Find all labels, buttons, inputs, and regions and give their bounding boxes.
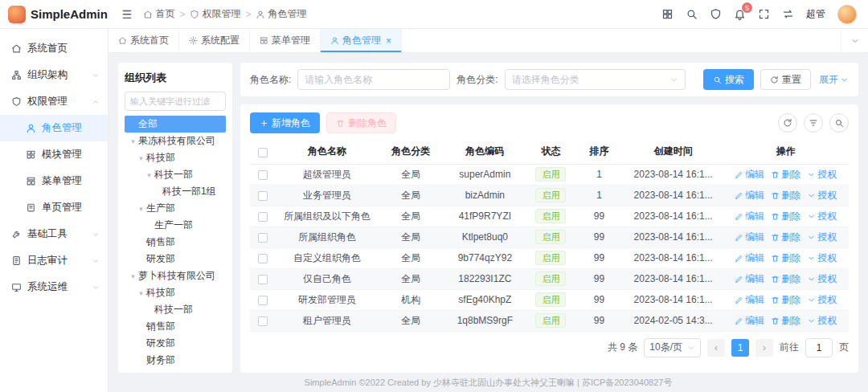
notification-bell-icon[interactable]: 5	[734, 8, 746, 20]
edit-button[interactable]: 编辑	[735, 314, 764, 328]
sidebar-item-6[interactable]: 菜单管理	[0, 168, 108, 194]
swap-icon[interactable]	[782, 8, 794, 20]
fullscreen-icon[interactable]	[758, 8, 770, 20]
sidebar-item-8[interactable]: 基础工具	[0, 221, 108, 247]
delete-role-button[interactable]: 删除角色	[326, 112, 396, 133]
grant-button[interactable]: 授权	[807, 210, 837, 223]
reset-button[interactable]: 重置	[760, 69, 811, 90]
prev-page-button[interactable]: ‹	[707, 339, 725, 357]
edit-button[interactable]: 编辑	[735, 210, 764, 223]
row-checkbox[interactable]	[258, 275, 268, 284]
row-checkbox[interactable]	[258, 296, 268, 305]
current-page-button[interactable]: 1	[731, 339, 749, 357]
username[interactable]: 超管	[806, 7, 825, 21]
tree-node[interactable]: ▾萝卜科技有限公司	[125, 267, 226, 284]
grant-button[interactable]: 授权	[807, 314, 837, 328]
tree-node[interactable]: 科技一部	[125, 301, 226, 318]
cell-role-name: 研发部管理员	[276, 289, 379, 310]
tab-close-icon[interactable]: ×	[386, 35, 391, 47]
expand-filters-link[interactable]: 展开	[819, 73, 849, 87]
tree-node[interactable]: 科技一部1组	[125, 183, 226, 200]
row-checkbox[interactable]	[258, 212, 268, 222]
sidebar-item-7[interactable]: 单页管理	[0, 194, 108, 221]
delete-button[interactable]: 删除	[771, 272, 800, 286]
tree-expand-icon[interactable]: ▾	[128, 137, 138, 145]
row-checkbox[interactable]	[258, 254, 268, 263]
grant-button[interactable]: 授权	[807, 189, 837, 202]
tab-3[interactable]: 菜单管理	[250, 29, 321, 52]
row-checkbox[interactable]	[258, 316, 268, 326]
sidebar-item-1[interactable]: 系统首页	[0, 35, 108, 62]
tree-expand-icon[interactable]: ▾	[128, 272, 138, 280]
refresh-table-button[interactable]	[778, 113, 797, 133]
tree-expand-icon[interactable]: ▾	[136, 154, 146, 162]
edit-button[interactable]: 编辑	[735, 231, 764, 244]
sidebar-item-10[interactable]: 系统运维	[0, 274, 108, 300]
grant-button[interactable]: 授权	[807, 272, 837, 286]
delete-button[interactable]: 删除	[771, 314, 800, 328]
tab-actions-button[interactable]	[841, 29, 868, 52]
delete-button[interactable]: 删除	[771, 293, 800, 307]
row-checkbox[interactable]	[258, 191, 268, 201]
tree-node[interactable]: 财务部	[125, 352, 226, 365]
tree-expand-icon[interactable]: ▾	[144, 171, 154, 179]
breadcrumb-role[interactable]: 角色管理	[256, 7, 306, 21]
breadcrumb-home[interactable]: 首页	[143, 7, 174, 21]
edit-button[interactable]: 编辑	[735, 293, 764, 307]
sidebar-item-5[interactable]: 模块管理	[0, 141, 108, 168]
sidebar-item-4[interactable]: 角色管理	[0, 115, 108, 141]
security-shield-icon[interactable]	[710, 8, 722, 20]
delete-button[interactable]: 删除	[771, 168, 800, 182]
row-checkbox[interactable]	[258, 233, 268, 243]
grant-button[interactable]: 授权	[807, 231, 837, 244]
sidebar-item-2[interactable]: 组织架构	[0, 62, 108, 88]
select-all-checkbox[interactable]	[258, 148, 268, 157]
page-size-select[interactable]: 10条/页	[644, 338, 701, 357]
edit-button[interactable]: 编辑	[735, 251, 764, 265]
role-category-select[interactable]: 请选择角色分类	[505, 69, 686, 90]
sidebar-item-3[interactable]: 权限管理	[0, 88, 108, 115]
tree-node[interactable]: 销售部	[125, 234, 226, 251]
breadcrumb-permission[interactable]: 权限管理	[190, 7, 240, 21]
tree-node[interactable]: ▾生产部	[125, 200, 226, 217]
delete-button[interactable]: 删除	[771, 231, 800, 244]
tree-node[interactable]: 研发部	[125, 251, 226, 267]
delete-button[interactable]: 删除	[771, 251, 800, 265]
global-search-icon[interactable]	[686, 8, 698, 20]
tree-node[interactable]: 生产一部	[125, 217, 226, 234]
tree-node[interactable]: ▾科技部	[125, 149, 226, 166]
tree-expand-icon[interactable]: ▾	[136, 205, 146, 213]
column-settings-button[interactable]	[804, 113, 823, 133]
add-role-button[interactable]: 新增角色	[250, 112, 320, 133]
tree-expand-icon[interactable]: ▾	[136, 289, 146, 297]
next-page-button[interactable]: ›	[755, 339, 773, 357]
user-avatar[interactable]	[837, 5, 857, 24]
layout-grid-icon[interactable]	[661, 8, 674, 20]
edit-button[interactable]: 编辑	[735, 189, 764, 202]
delete-button[interactable]: 删除	[771, 189, 800, 202]
tree-node[interactable]: 全部	[125, 116, 226, 133]
tree-node[interactable]: ▾果冻科技有限公司	[125, 133, 226, 149]
tree-node[interactable]: ▾科技部	[125, 284, 226, 301]
grant-button[interactable]: 授权	[807, 168, 837, 182]
sidebar-item-9[interactable]: 日志审计	[0, 247, 108, 274]
delete-role-label: 删除角色	[348, 116, 387, 130]
tree-node[interactable]: 销售部	[125, 318, 226, 335]
role-name-input[interactable]	[297, 69, 450, 90]
table-search-button[interactable]	[829, 113, 849, 133]
tab-4[interactable]: 角色管理×	[321, 29, 402, 52]
grant-button[interactable]: 授权	[807, 293, 837, 307]
tree-node[interactable]: 研发部	[125, 335, 226, 352]
edit-button[interactable]: 编辑	[735, 168, 764, 182]
collapse-sidebar-button[interactable]: ☰	[122, 8, 133, 21]
tab-2[interactable]: 系统配置	[179, 29, 250, 52]
edit-button[interactable]: 编辑	[735, 272, 764, 286]
tab-1[interactable]: 系统首页	[108, 29, 179, 52]
delete-button[interactable]: 删除	[771, 210, 800, 223]
org-filter-input[interactable]	[125, 92, 226, 111]
goto-page-input[interactable]	[805, 338, 833, 357]
tree-node[interactable]: ▾科技一部	[125, 166, 226, 183]
row-checkbox[interactable]	[258, 170, 268, 180]
search-button[interactable]: 搜索	[703, 69, 754, 90]
grant-button[interactable]: 授权	[807, 251, 837, 265]
